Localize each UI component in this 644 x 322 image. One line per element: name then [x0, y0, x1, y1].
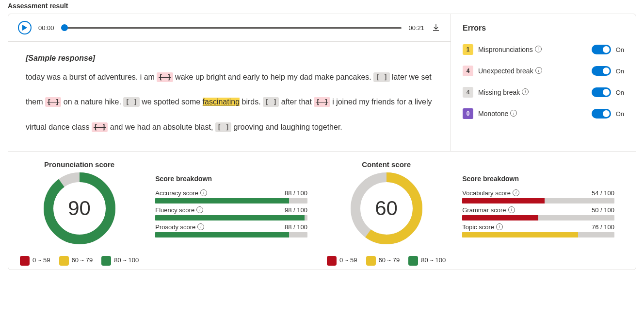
breakdown-label: Fluency scorei	[155, 206, 203, 214]
play-icon	[22, 25, 27, 31]
breakdown-row: Fluency scorei98 / 100	[155, 206, 307, 220]
toggle-state-label: On	[616, 89, 624, 96]
error-row: 1MispronunciationsiOn	[463, 44, 624, 55]
info-icon[interactable]: i	[535, 46, 542, 52]
breakdown-bar	[462, 232, 614, 237]
download-button[interactable]	[431, 23, 441, 33]
legend-item: 80 ~ 100	[101, 256, 139, 266]
error-row: 4Unexpected breakiOn	[463, 66, 624, 76]
legend-swatch	[408, 256, 418, 266]
unexpected-break-icon[interactable]: [ ]	[45, 97, 61, 107]
breakdown-bar	[462, 198, 614, 203]
breakdown-row: Prosody scorei88 / 100	[155, 223, 307, 237]
score-value: 60	[351, 172, 422, 244]
breakdown-bar	[155, 232, 307, 237]
legend-item: 60 ~ 79	[366, 256, 400, 266]
breakdown-row: Accuracy scorei88 / 100	[155, 189, 307, 203]
error-count-badge: 1	[463, 44, 473, 55]
missing-break-icon[interactable]: [ ]	[215, 122, 231, 132]
errors-title: Errors	[463, 24, 624, 33]
breakdown-row: Topic scorei76 / 100	[462, 223, 614, 237]
mispronunciation-word[interactable]: fascinating	[203, 98, 240, 106]
unexpected-break-icon[interactable]: [ ]	[92, 122, 108, 132]
breakdown-label: Vocabulary scorei	[462, 189, 519, 197]
info-icon[interactable]: i	[197, 223, 204, 230]
legend-swatch	[20, 256, 30, 266]
breakdown-value: 88 / 100	[285, 223, 307, 231]
legend-item: 0 ~ 59	[20, 256, 50, 266]
error-label: Mispronunciationsi	[478, 46, 592, 53]
score-title: Content score	[362, 160, 411, 169]
seek-track[interactable]	[61, 23, 402, 33]
score-donut: 90	[44, 172, 115, 244]
breakdown-value: 88 / 100	[285, 189, 307, 197]
audio-player: 00:00 00:21	[8, 14, 451, 42]
breakdown-row: Grammar scorei50 / 100	[462, 206, 614, 220]
play-button[interactable]	[18, 21, 32, 34]
error-row: 4Missing breakiOn	[463, 87, 624, 98]
scores-section: Pronunciation score900 ~ 5960 ~ 7980 ~ 1…	[8, 151, 636, 270]
seek-thumb[interactable]	[61, 24, 68, 31]
error-count-badge: 0	[463, 108, 473, 119]
breakdown-value: 76 / 100	[592, 223, 614, 231]
sample-response-label: [Sample response]	[26, 53, 437, 63]
missing-break-icon[interactable]: [ ]	[123, 97, 139, 107]
legend-swatch	[59, 256, 69, 266]
error-row: 0MonotoneiOn	[463, 108, 624, 119]
error-toggle[interactable]	[592, 87, 611, 97]
score-donut: 60	[351, 172, 422, 244]
breakdown-label: Grammar scorei	[462, 206, 515, 214]
score-title: Pronunciation score	[44, 160, 114, 169]
error-label: Monotonei	[478, 110, 592, 118]
breakdown-bar	[462, 215, 614, 220]
score-legend: 0 ~ 5960 ~ 7980 ~ 100	[20, 256, 139, 266]
breakdown-value: 54 / 100	[592, 189, 614, 197]
toggle-state-label: On	[616, 110, 624, 118]
toggle-state-label: On	[616, 46, 624, 53]
breakdown-value: 98 / 100	[285, 206, 307, 214]
info-icon[interactable]: i	[496, 223, 503, 230]
error-count-badge: 4	[463, 87, 473, 98]
time-current: 00:00	[38, 24, 54, 32]
breakdown-row: Vocabulary scorei54 / 100	[462, 189, 614, 203]
score-legend: 0 ~ 5960 ~ 7980 ~ 100	[327, 256, 446, 266]
error-count-badge: 4	[463, 66, 473, 76]
breakdown-label: Prosody scorei	[155, 223, 204, 231]
toggle-state-label: On	[616, 68, 624, 75]
page-title: Assessment result	[8, 2, 636, 10]
info-icon[interactable]: i	[522, 88, 529, 95]
download-icon	[432, 24, 440, 32]
time-duration: 00:21	[408, 24, 424, 32]
breakdown-bar	[155, 198, 307, 203]
error-toggle[interactable]	[592, 45, 611, 54]
unexpected-break-icon[interactable]: [ ]	[314, 97, 330, 107]
legend-item: 60 ~ 79	[59, 256, 93, 266]
breakdown-value: 50 / 100	[592, 206, 614, 214]
error-label: Missing breaki	[478, 88, 592, 96]
error-toggle[interactable]	[592, 109, 611, 119]
breakdown-title: Score breakdown	[462, 175, 614, 183]
errors-panel: Errors 1MispronunciationsiOn4Unexpected …	[451, 14, 636, 151]
breakdown-label: Topic scorei	[462, 223, 503, 231]
transcript: [Sample response] today was a burst of a…	[8, 42, 451, 151]
legend-swatch	[366, 256, 376, 266]
info-icon[interactable]: i	[513, 189, 519, 196]
unexpected-break-icon[interactable]: [ ]	[157, 72, 173, 82]
error-label: Unexpected breaki	[478, 67, 592, 75]
error-toggle[interactable]	[592, 66, 611, 76]
info-icon[interactable]: i	[510, 110, 517, 117]
score-value: 90	[44, 172, 115, 244]
info-icon[interactable]: i	[535, 67, 542, 74]
legend-item: 80 ~ 100	[408, 256, 446, 266]
missing-break-icon[interactable]: [ ]	[373, 72, 389, 82]
info-icon[interactable]: i	[196, 206, 203, 213]
legend-item: 0 ~ 59	[327, 256, 357, 266]
missing-break-icon[interactable]: [ ]	[263, 97, 279, 107]
transcript-text: today was a burst of adventures. i am [ …	[26, 73, 432, 131]
breakdown-bar	[155, 215, 307, 220]
info-icon[interactable]: i	[200, 189, 207, 196]
info-icon[interactable]: i	[508, 206, 515, 213]
breakdown-label: Accuracy scorei	[155, 189, 207, 197]
breakdown-title: Score breakdown	[155, 175, 307, 183]
legend-swatch	[327, 256, 337, 266]
